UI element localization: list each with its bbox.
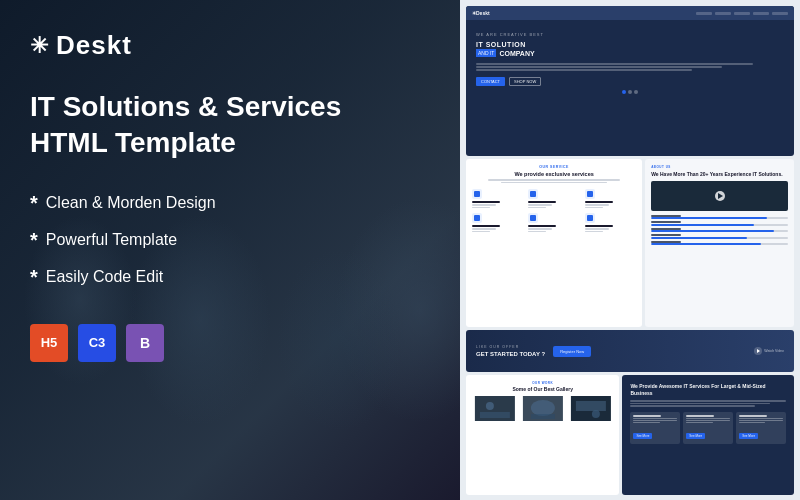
cta-video-circle — [754, 347, 762, 355]
hero-btn-secondary: SHOP NOW — [509, 77, 541, 86]
sbc-desc-3b — [739, 420, 783, 422]
about-label: ABOUT US — [651, 165, 788, 169]
html5-badge: H5 — [30, 324, 68, 362]
service-name-6 — [585, 225, 613, 227]
service-icon-box-2 — [528, 189, 538, 199]
sbd-line-2 — [630, 403, 770, 405]
sbc-btn-1: See More — [633, 433, 652, 439]
cta-video-play-icon — [757, 349, 760, 353]
service-item-4 — [472, 213, 523, 232]
title-line1: IT Solutions & Services — [30, 89, 430, 125]
sbc-title-1 — [633, 415, 661, 417]
css3-badge: C3 — [78, 324, 116, 362]
sbd-line-3 — [630, 405, 754, 407]
services-blue-title: We Provide Awesome IT Services For Large… — [630, 383, 786, 396]
cta-video-text: Watch Video — [764, 349, 784, 353]
service-icon-2 — [530, 191, 536, 197]
service-icon-box-3 — [585, 189, 595, 199]
gallery-grid — [472, 396, 613, 421]
gallery-item-2 — [520, 396, 566, 421]
service-desc-5b — [528, 231, 546, 233]
dot-3 — [634, 90, 638, 94]
gallery-item-1 — [472, 396, 518, 421]
hero-dots — [622, 90, 638, 94]
nav-link-2 — [715, 12, 731, 15]
feature-item-2: Powerful Template — [30, 229, 430, 252]
cta-main-text: GET STARTED TODAY ? — [476, 351, 545, 357]
hero-description — [476, 63, 784, 71]
svg-point-4 — [531, 400, 555, 416]
gallery-img-3 — [568, 396, 614, 421]
service-desc-6 — [585, 228, 609, 230]
dot-2 — [628, 90, 632, 94]
screenshot-hero: ✳Deskt WE ARE CREATIVE BEST IT SOLUTION … — [466, 6, 794, 156]
hero-desc-line-2 — [476, 66, 722, 68]
feature-item-3: Easily Code Edit — [30, 266, 430, 289]
nav-links — [696, 12, 788, 15]
tech-badges: H5 C3 B — [30, 324, 430, 362]
sbc-desc-2c — [686, 422, 712, 424]
feature-item-1: Clean & Morden Design — [30, 192, 430, 215]
sbc-btn-2: See More — [686, 433, 705, 439]
service-item-6 — [585, 213, 636, 232]
hero-title-line1: IT SOLUTION — [476, 41, 784, 48]
service-item-1 — [472, 189, 523, 208]
screenshot-gallery: OUR WORK Some of Our Best Gallery — [466, 375, 619, 495]
prog-fill-3 — [651, 230, 774, 232]
services-desc-line-1 — [488, 179, 619, 181]
hero-nav: ✳Deskt — [466, 6, 794, 20]
services-blue-card-2: See More — [683, 412, 733, 445]
service-icon-box-1 — [472, 189, 482, 199]
prog-item-3 — [651, 228, 788, 233]
screenshot-services-blue: We Provide Awesome IT Services For Large… — [622, 375, 794, 495]
hero-title-line2: AND IT COMPANY — [476, 49, 784, 57]
prog-label-2 — [651, 221, 681, 223]
brand-name: Deskt — [56, 30, 132, 61]
sbc-desc-3c — [739, 422, 765, 424]
sbc-desc-2a — [686, 418, 730, 420]
services-blue-card-3: See More — [736, 412, 786, 445]
svg-point-8 — [592, 410, 600, 418]
services-blue-card-1: See More — [630, 412, 680, 445]
prog-track-5 — [651, 243, 788, 245]
service-item-2 — [528, 189, 579, 208]
service-name-4 — [472, 225, 500, 227]
prog-fill-5 — [651, 243, 760, 245]
prog-item-5 — [651, 241, 788, 246]
prog-track-2 — [651, 224, 788, 226]
prog-fill-4 — [651, 237, 747, 239]
service-icon-box-5 — [528, 213, 538, 223]
svg-rect-2 — [480, 412, 510, 418]
service-desc-2 — [528, 204, 552, 206]
sbc-desc-lines-3 — [739, 418, 783, 424]
brand-logo[interactable]: ✳ Deskt — [30, 30, 430, 61]
service-name-2 — [528, 201, 556, 203]
service-icon-3 — [587, 191, 593, 197]
hero-buttons: CONTACT SHOP NOW — [476, 77, 784, 86]
gallery-item-3 — [568, 396, 614, 421]
sbd-line-1 — [630, 400, 786, 402]
prog-track-4 — [651, 237, 788, 239]
hero-title-highlight: AND IT — [476, 49, 496, 57]
cta-register-button: Register Now — [553, 346, 591, 357]
service-desc-1b — [472, 207, 490, 209]
service-icon-box-6 — [585, 213, 595, 223]
left-panel: ✳ Deskt IT Solutions & Services HTML Tem… — [0, 0, 460, 500]
screenshots-row4: OUR WORK Some of Our Best Gallery — [466, 375, 794, 495]
service-desc-4b — [472, 231, 490, 233]
svg-rect-7 — [576, 401, 606, 411]
sbc-desc-lines-1 — [633, 418, 677, 424]
service-desc-4 — [472, 228, 496, 230]
play-icon — [718, 193, 723, 199]
hero-title-company: COMPANY — [499, 50, 534, 57]
svg-point-1 — [486, 402, 494, 410]
sbc-title-2 — [686, 415, 714, 417]
service-name-5 — [528, 225, 556, 227]
screenshots-row2: OUR SERVICE We provide exclusive service… — [466, 159, 794, 327]
service-desc-2b — [528, 207, 546, 209]
nav-link-4 — [753, 12, 769, 15]
bootstrap-badge: B — [126, 324, 164, 362]
services-desc-lines — [472, 179, 636, 183]
screenshot-services: OUR SERVICE We provide exclusive service… — [466, 159, 642, 327]
dot-1 — [622, 90, 626, 94]
